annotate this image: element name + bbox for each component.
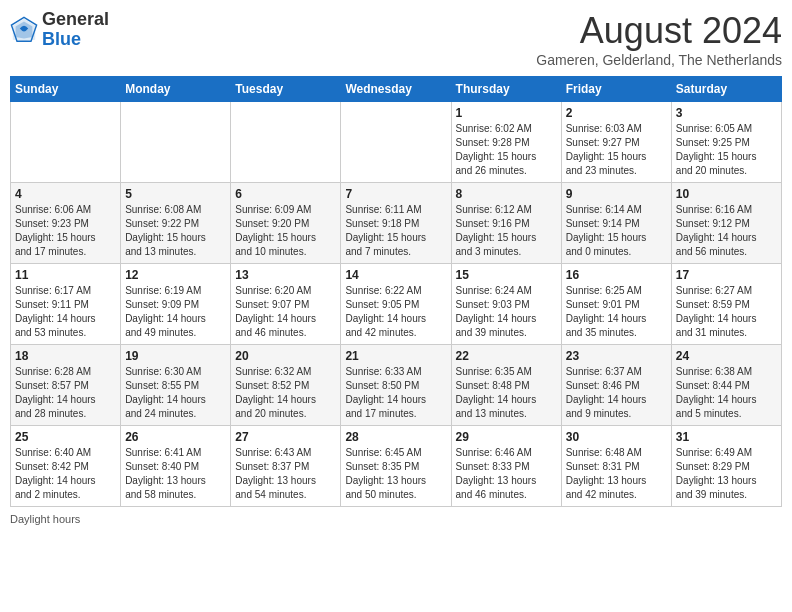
title-area: August 2024 Gameren, Gelderland, The Net… bbox=[536, 10, 782, 68]
day-info: Sunrise: 6:27 AMSunset: 8:59 PMDaylight:… bbox=[676, 284, 777, 340]
day-number: 20 bbox=[235, 349, 336, 363]
day-header-friday: Friday bbox=[561, 77, 671, 102]
day-info: Sunrise: 6:32 AMSunset: 8:52 PMDaylight:… bbox=[235, 365, 336, 421]
day-info: Sunrise: 6:28 AMSunset: 8:57 PMDaylight:… bbox=[15, 365, 116, 421]
day-info: Sunrise: 6:24 AMSunset: 9:03 PMDaylight:… bbox=[456, 284, 557, 340]
calendar-day bbox=[11, 102, 121, 183]
day-number: 6 bbox=[235, 187, 336, 201]
calendar-day bbox=[341, 102, 451, 183]
day-header-thursday: Thursday bbox=[451, 77, 561, 102]
day-number: 26 bbox=[125, 430, 226, 444]
day-info: Sunrise: 6:40 AMSunset: 8:42 PMDaylight:… bbox=[15, 446, 116, 502]
day-number: 9 bbox=[566, 187, 667, 201]
calendar-day: 7Sunrise: 6:11 AMSunset: 9:18 PMDaylight… bbox=[341, 183, 451, 264]
day-info: Sunrise: 6:06 AMSunset: 9:23 PMDaylight:… bbox=[15, 203, 116, 259]
day-number: 13 bbox=[235, 268, 336, 282]
calendar-day: 20Sunrise: 6:32 AMSunset: 8:52 PMDayligh… bbox=[231, 345, 341, 426]
day-info: Sunrise: 6:46 AMSunset: 8:33 PMDaylight:… bbox=[456, 446, 557, 502]
day-info: Sunrise: 6:43 AMSunset: 8:37 PMDaylight:… bbox=[235, 446, 336, 502]
calendar-week-3: 11Sunrise: 6:17 AMSunset: 9:11 PMDayligh… bbox=[11, 264, 782, 345]
day-info: Sunrise: 6:49 AMSunset: 8:29 PMDaylight:… bbox=[676, 446, 777, 502]
day-info: Sunrise: 6:22 AMSunset: 9:05 PMDaylight:… bbox=[345, 284, 446, 340]
calendar-table: SundayMondayTuesdayWednesdayThursdayFrid… bbox=[10, 76, 782, 507]
day-number: 19 bbox=[125, 349, 226, 363]
day-number: 10 bbox=[676, 187, 777, 201]
day-info: Sunrise: 6:02 AMSunset: 9:28 PMDaylight:… bbox=[456, 122, 557, 178]
day-info: Sunrise: 6:17 AMSunset: 9:11 PMDaylight:… bbox=[15, 284, 116, 340]
calendar-day: 25Sunrise: 6:40 AMSunset: 8:42 PMDayligh… bbox=[11, 426, 121, 507]
day-number: 5 bbox=[125, 187, 226, 201]
month-year: August 2024 bbox=[536, 10, 782, 52]
day-number: 18 bbox=[15, 349, 116, 363]
calendar-day: 13Sunrise: 6:20 AMSunset: 9:07 PMDayligh… bbox=[231, 264, 341, 345]
day-number: 22 bbox=[456, 349, 557, 363]
day-number: 24 bbox=[676, 349, 777, 363]
calendar-day: 5Sunrise: 6:08 AMSunset: 9:22 PMDaylight… bbox=[121, 183, 231, 264]
logo-icon bbox=[10, 16, 38, 44]
day-header-tuesday: Tuesday bbox=[231, 77, 341, 102]
calendar-day: 21Sunrise: 6:33 AMSunset: 8:50 PMDayligh… bbox=[341, 345, 451, 426]
day-header-wednesday: Wednesday bbox=[341, 77, 451, 102]
day-info: Sunrise: 6:45 AMSunset: 8:35 PMDaylight:… bbox=[345, 446, 446, 502]
calendar-day bbox=[121, 102, 231, 183]
day-info: Sunrise: 6:38 AMSunset: 8:44 PMDaylight:… bbox=[676, 365, 777, 421]
day-info: Sunrise: 6:37 AMSunset: 8:46 PMDaylight:… bbox=[566, 365, 667, 421]
day-info: Sunrise: 6:20 AMSunset: 9:07 PMDaylight:… bbox=[235, 284, 336, 340]
calendar-day: 31Sunrise: 6:49 AMSunset: 8:29 PMDayligh… bbox=[671, 426, 781, 507]
day-info: Sunrise: 6:33 AMSunset: 8:50 PMDaylight:… bbox=[345, 365, 446, 421]
calendar-day: 11Sunrise: 6:17 AMSunset: 9:11 PMDayligh… bbox=[11, 264, 121, 345]
logo: General Blue bbox=[10, 10, 109, 50]
day-info: Sunrise: 6:41 AMSunset: 8:40 PMDaylight:… bbox=[125, 446, 226, 502]
day-number: 17 bbox=[676, 268, 777, 282]
day-number: 14 bbox=[345, 268, 446, 282]
day-info: Sunrise: 6:14 AMSunset: 9:14 PMDaylight:… bbox=[566, 203, 667, 259]
day-number: 31 bbox=[676, 430, 777, 444]
day-info: Sunrise: 6:35 AMSunset: 8:48 PMDaylight:… bbox=[456, 365, 557, 421]
calendar-day: 10Sunrise: 6:16 AMSunset: 9:12 PMDayligh… bbox=[671, 183, 781, 264]
day-number: 4 bbox=[15, 187, 116, 201]
calendar-day: 3Sunrise: 6:05 AMSunset: 9:25 PMDaylight… bbox=[671, 102, 781, 183]
day-number: 15 bbox=[456, 268, 557, 282]
day-number: 28 bbox=[345, 430, 446, 444]
calendar-day: 23Sunrise: 6:37 AMSunset: 8:46 PMDayligh… bbox=[561, 345, 671, 426]
day-info: Sunrise: 6:05 AMSunset: 9:25 PMDaylight:… bbox=[676, 122, 777, 178]
calendar-day bbox=[231, 102, 341, 183]
day-number: 25 bbox=[15, 430, 116, 444]
calendar-day: 2Sunrise: 6:03 AMSunset: 9:27 PMDaylight… bbox=[561, 102, 671, 183]
calendar-day: 4Sunrise: 6:06 AMSunset: 9:23 PMDaylight… bbox=[11, 183, 121, 264]
day-info: Sunrise: 6:08 AMSunset: 9:22 PMDaylight:… bbox=[125, 203, 226, 259]
day-header-monday: Monday bbox=[121, 77, 231, 102]
day-number: 27 bbox=[235, 430, 336, 444]
calendar-day: 18Sunrise: 6:28 AMSunset: 8:57 PMDayligh… bbox=[11, 345, 121, 426]
calendar-day: 12Sunrise: 6:19 AMSunset: 9:09 PMDayligh… bbox=[121, 264, 231, 345]
day-info: Sunrise: 6:09 AMSunset: 9:20 PMDaylight:… bbox=[235, 203, 336, 259]
day-info: Sunrise: 6:19 AMSunset: 9:09 PMDaylight:… bbox=[125, 284, 226, 340]
calendar-day: 30Sunrise: 6:48 AMSunset: 8:31 PMDayligh… bbox=[561, 426, 671, 507]
day-info: Sunrise: 6:16 AMSunset: 9:12 PMDaylight:… bbox=[676, 203, 777, 259]
calendar-day: 24Sunrise: 6:38 AMSunset: 8:44 PMDayligh… bbox=[671, 345, 781, 426]
location: Gameren, Gelderland, The Netherlands bbox=[536, 52, 782, 68]
day-info: Sunrise: 6:48 AMSunset: 8:31 PMDaylight:… bbox=[566, 446, 667, 502]
day-number: 16 bbox=[566, 268, 667, 282]
day-number: 8 bbox=[456, 187, 557, 201]
page-header: General Blue August 2024 Gameren, Gelder… bbox=[10, 10, 782, 68]
day-number: 21 bbox=[345, 349, 446, 363]
day-number: 29 bbox=[456, 430, 557, 444]
daylight-label: Daylight hours bbox=[10, 513, 80, 525]
day-header-saturday: Saturday bbox=[671, 77, 781, 102]
day-info: Sunrise: 6:25 AMSunset: 9:01 PMDaylight:… bbox=[566, 284, 667, 340]
day-number: 23 bbox=[566, 349, 667, 363]
day-info: Sunrise: 6:11 AMSunset: 9:18 PMDaylight:… bbox=[345, 203, 446, 259]
footer: Daylight hours bbox=[10, 513, 782, 525]
calendar-day: 8Sunrise: 6:12 AMSunset: 9:16 PMDaylight… bbox=[451, 183, 561, 264]
calendar-day: 6Sunrise: 6:09 AMSunset: 9:20 PMDaylight… bbox=[231, 183, 341, 264]
calendar-day: 27Sunrise: 6:43 AMSunset: 8:37 PMDayligh… bbox=[231, 426, 341, 507]
day-info: Sunrise: 6:30 AMSunset: 8:55 PMDaylight:… bbox=[125, 365, 226, 421]
day-number: 1 bbox=[456, 106, 557, 120]
calendar-day: 14Sunrise: 6:22 AMSunset: 9:05 PMDayligh… bbox=[341, 264, 451, 345]
day-number: 3 bbox=[676, 106, 777, 120]
day-number: 11 bbox=[15, 268, 116, 282]
calendar-week-5: 25Sunrise: 6:40 AMSunset: 8:42 PMDayligh… bbox=[11, 426, 782, 507]
day-number: 2 bbox=[566, 106, 667, 120]
calendar-header-row: SundayMondayTuesdayWednesdayThursdayFrid… bbox=[11, 77, 782, 102]
